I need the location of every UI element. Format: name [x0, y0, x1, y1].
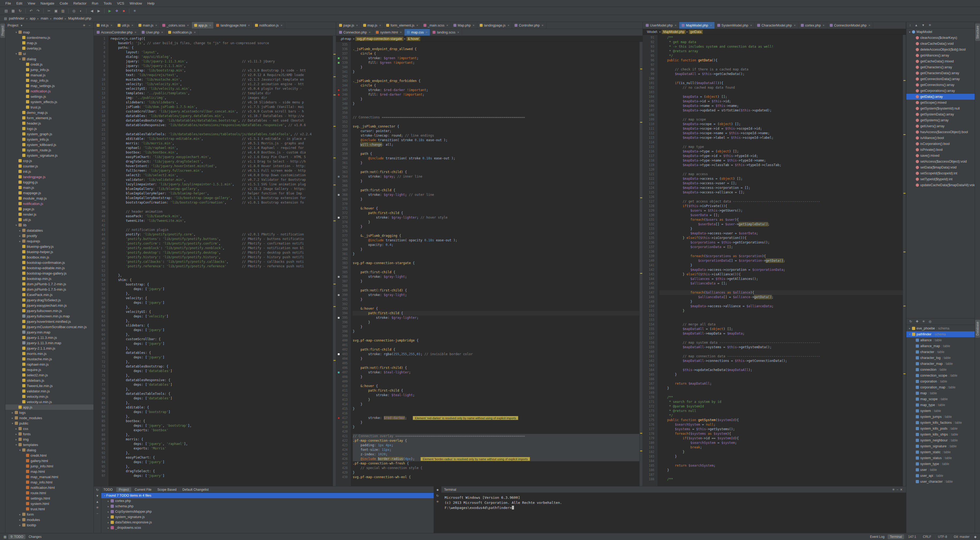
close-icon[interactable]: ✕: [209, 24, 211, 27]
structure-item[interactable]: deleteAccessObject($obj):bool: [906, 46, 975, 53]
project-tree-item[interactable]: system_info.js: [5, 137, 94, 142]
tree-arrow[interactable]: ▸: [18, 524, 22, 527]
replace-icon[interactable]: ◐: [78, 8, 84, 14]
database-item[interactable]: system_jumps: table: [906, 414, 975, 420]
editor-tab[interactable]: landing.scss✕: [430, 29, 462, 36]
terminal-header-icon-1[interactable]: −: [896, 488, 899, 492]
project-tree-item[interactable]: manual.js: [5, 72, 94, 78]
project-tree-item[interactable]: ▸requirejs: [5, 238, 94, 244]
project-tree-item[interactable]: bootbox.min.js: [5, 255, 94, 260]
project-tree-item[interactable]: jquery.fullscreen.min.js.map: [5, 314, 94, 319]
database-item[interactable]: user: table: [906, 467, 975, 473]
project-tree-item[interactable]: bootstrap-editable.min.js: [5, 265, 94, 271]
project-tree-item[interactable]: system_killboard.js: [5, 142, 94, 147]
structure-item[interactable]: save():mixed: [906, 153, 975, 159]
editor-tab[interactable]: AccessController.php✕: [94, 29, 139, 36]
tree-arrow[interactable]: ▾: [14, 52, 18, 55]
project-tree-item[interactable]: map.html: [5, 469, 94, 474]
project-tree-item[interactable]: jquery-1.11.3.min.js: [5, 335, 94, 340]
tree-arrow[interactable]: ▸: [908, 327, 912, 330]
editor-tab[interactable]: util.js✕: [115, 22, 136, 29]
project-tree-item[interactable]: system_route.js: [5, 147, 94, 153]
editor-tab[interactable]: _main.scss✕: [421, 22, 451, 29]
editor-tab[interactable]: map.css✕: [404, 29, 430, 36]
editor-tab[interactable]: page.js✕: [337, 22, 361, 29]
project-tree-item[interactable]: slidebars.js: [5, 378, 94, 383]
project-tree-item[interactable]: landingpage.js: [5, 174, 94, 180]
project-tree-item[interactable]: jump_info.js: [5, 67, 94, 72]
close-icon[interactable]: ✕: [248, 24, 250, 27]
breadcrumb-item[interactable]: &:hover: [407, 37, 420, 41]
tree-arrow[interactable]: ▸: [107, 505, 110, 508]
close-icon[interactable]: ✕: [822, 24, 825, 27]
close-icon[interactable]: ✕: [675, 24, 677, 27]
error-stripe[interactable]: [903, 35, 906, 486]
project-tree-item[interactable]: bootstrap-image-gallery.js: [5, 271, 94, 276]
editor-tab[interactable]: CharacterModel.php✕: [755, 22, 799, 29]
structure-item[interactable]: hasAccess($accessObject):bool: [906, 129, 975, 135]
project-tree-item[interactable]: ▸node_modules: [5, 415, 94, 421]
todo-item[interactable]: ▾Found 7 TODO items in 4 files: [101, 493, 434, 498]
database-item[interactable]: connection_scope: table: [906, 373, 975, 379]
editor-tab[interactable]: init.js✕: [94, 22, 115, 29]
close-icon[interactable]: ✕: [356, 24, 358, 27]
menu-item[interactable]: Refactor: [71, 0, 89, 6]
database-item[interactable]: system: table: [906, 408, 975, 414]
project-tree-item[interactable]: ▸modules: [5, 517, 94, 522]
collapse-icon[interactable]: −: [88, 24, 91, 27]
project-tree-item[interactable]: map_settings.js: [5, 83, 94, 88]
structure-item[interactable]: getSystems():array: [906, 117, 975, 123]
tree-arrow[interactable]: ▸: [14, 438, 18, 441]
editor-tab[interactable]: _colors.scss✕: [160, 22, 191, 29]
editor-gutter[interactable]: 3353363373383393403413423433443453463473…: [336, 42, 351, 486]
editor-tab[interactable]: map.js✕: [361, 22, 384, 29]
project-tree-item[interactable]: counter.js: [5, 163, 94, 169]
todo-view-tab[interactable]: Project: [116, 487, 131, 492]
project-tree-item[interactable]: ▸logs: [5, 410, 94, 415]
project-tree-item[interactable]: jquery.min.map: [5, 330, 94, 335]
project-tree-item[interactable]: dom.jsPlumb-1.7.2-min.js: [5, 281, 94, 287]
project-tree-item[interactable]: system_graph.js: [5, 131, 94, 137]
database-toolbar-icon-2[interactable]: ✳: [921, 320, 926, 323]
editor-gutter[interactable]: 1234567891011121314151617181920212223242…: [94, 36, 108, 486]
structure-item[interactable]: setTypeId($typeId):int: [906, 176, 975, 182]
editor-tab[interactable]: cortex.php✕: [799, 22, 827, 29]
breadcrumb-item[interactable]: main: [40, 16, 49, 21]
project-tree-item[interactable]: main.js: [5, 185, 94, 190]
database-item[interactable]: map_type: table: [906, 402, 975, 408]
database-item[interactable]: alliance_map: table: [906, 343, 975, 349]
editor-tab[interactable]: notification.js✕: [253, 22, 285, 29]
editor-tab[interactable]: form_element.js✕: [384, 22, 421, 29]
close-icon[interactable]: ✕: [416, 24, 418, 27]
database-item[interactable]: connection: table: [906, 367, 975, 373]
structure-item[interactable]: getCharacters():array: [906, 64, 975, 70]
database-item[interactable]: ▾pathfinder: schema: [906, 331, 975, 337]
database-item[interactable]: system_static: table: [906, 449, 975, 455]
todo-view-tab[interactable]: Scope Based: [155, 487, 179, 492]
project-tree-item[interactable]: notification.js: [5, 201, 94, 206]
statusbar-button[interactable]: Event Log: [868, 534, 886, 539]
editor-tab[interactable]: landingpage.js✕: [477, 22, 512, 29]
debug-icon[interactable]: ❖: [114, 8, 120, 14]
project-tree-item[interactable]: ▸img: [5, 436, 94, 442]
project-tree-item[interactable]: bootstrap-confirmation.js: [5, 260, 94, 265]
back-icon[interactable]: ◀: [89, 8, 95, 14]
structure-item[interactable]: getSystem($systemId):null: [906, 105, 975, 112]
breadcrumb-item[interactable]: model: [52, 16, 64, 21]
close-icon[interactable]: ✕: [750, 24, 752, 27]
structure-toolbar-icon-2[interactable]: ▼: [921, 23, 926, 27]
menu-item[interactable]: Window: [127, 0, 145, 6]
project-tree-item[interactable]: ▸datatables: [5, 228, 94, 233]
project-tree-item[interactable]: velocity.min.js: [5, 394, 94, 399]
structure-item[interactable]: isPrivate():bool: [906, 147, 975, 153]
project-tree-item[interactable]: ▸form: [5, 511, 94, 517]
tree-arrow[interactable]: ▸: [107, 521, 110, 524]
project-tree-item[interactable]: trust.html: [5, 506, 94, 511]
project-tree-item[interactable]: ▸pnotify: [5, 233, 94, 238]
project-tree-item[interactable]: ccp.js: [5, 158, 94, 163]
project-tree-item[interactable]: map.js: [5, 40, 94, 46]
editor-tab[interactable]: app.js✕: [192, 22, 214, 29]
project-tree-item[interactable]: page.js: [5, 206, 94, 212]
database-item[interactable]: system_neighbour: table: [906, 437, 975, 443]
todo-item[interactable]: ▸schema.php: [101, 503, 434, 509]
